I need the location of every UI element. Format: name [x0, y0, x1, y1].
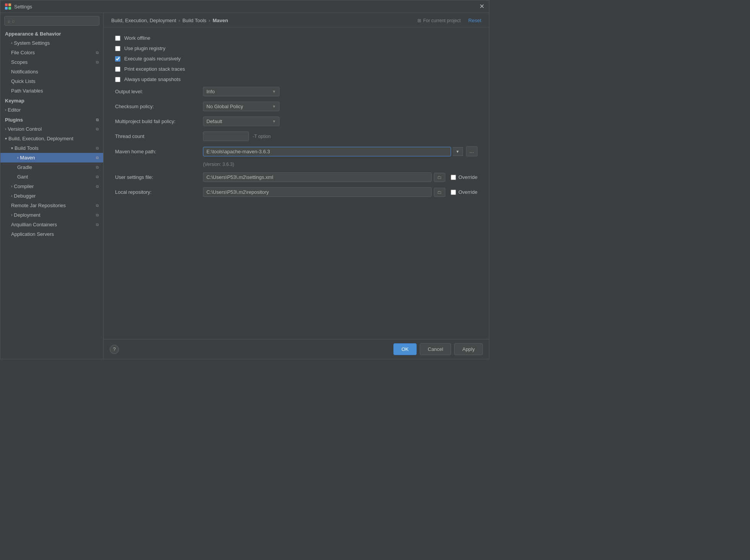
- multiproject-policy-label: Multiproject build fail policy:: [115, 118, 203, 124]
- copy-icon: ⧉: [96, 60, 99, 65]
- execute-goals-checkbox[interactable]: [115, 56, 120, 62]
- local-repository-label: Local repository:: [115, 189, 203, 195]
- override-settings-checkbox[interactable]: [451, 175, 456, 180]
- checksum-policy-control: No Global Policy ▼: [203, 102, 477, 111]
- sidebar-item-debugger[interactable]: › Debugger: [0, 191, 103, 201]
- reset-button[interactable]: Reset: [468, 18, 481, 23]
- checkbox-print-exception: Print exception stack traces: [115, 66, 477, 72]
- sidebar-item-editor[interactable]: › Editor: [0, 105, 103, 115]
- local-repository-input[interactable]: [203, 187, 432, 197]
- work-offline-checkbox[interactable]: [115, 36, 120, 41]
- print-exception-label: Print exception stack traces: [124, 66, 185, 72]
- override-repo-checkbox[interactable]: [451, 190, 456, 195]
- svg-rect-1: [8, 3, 11, 6]
- sidebar-item-gant[interactable]: Gant ⧉: [0, 172, 103, 182]
- svg-rect-2: [5, 7, 8, 10]
- content-area: Build, Execution, Deployment › Build Too…: [104, 13, 489, 359]
- search-box[interactable]: ⌕: [4, 16, 99, 26]
- svg-rect-3: [8, 7, 11, 10]
- sidebar-item-build-tools[interactable]: ▾ Build Tools ⧉: [0, 143, 103, 153]
- output-level-value: Info: [206, 89, 215, 94]
- copy-icon: ⧉: [96, 203, 99, 208]
- sidebar-item-label: Version Control: [8, 126, 94, 132]
- local-repository-browse-button[interactable]: 🗀: [434, 188, 445, 197]
- sidebar-item-label: Deployment: [14, 212, 94, 218]
- bottom-bar-left: ?: [110, 345, 119, 354]
- checksum-policy-dropdown[interactable]: No Global Policy ▼: [203, 102, 279, 111]
- output-level-dropdown[interactable]: Info ▼: [203, 87, 279, 96]
- maven-home-dropdown-button[interactable]: ▼: [453, 147, 463, 156]
- sidebar-item-label: File Colors: [11, 50, 94, 55]
- maven-home-input[interactable]: [203, 147, 451, 156]
- sidebar-item-quick-lists[interactable]: Quick Lists: [0, 76, 103, 86]
- cancel-button[interactable]: Cancel: [420, 343, 451, 355]
- sidebar-item-build-execution[interactable]: ▾ Build, Execution, Deployment: [0, 134, 103, 143]
- print-exception-checkbox[interactable]: [115, 67, 120, 72]
- t-option-label: -T option: [253, 134, 271, 139]
- work-offline-label: Work offline: [124, 35, 150, 41]
- checkbox-execute-goals: Execute goals recursively: [115, 56, 477, 62]
- sidebar-item-label: Notifications: [11, 69, 99, 75]
- ok-button[interactable]: OK: [393, 343, 417, 355]
- breadcrumb-part-2: Build Tools: [182, 18, 206, 23]
- sidebar-item-remote-jar[interactable]: Remote Jar Repositories ⧉: [0, 201, 103, 210]
- checksum-policy-row: Checksum policy: No Global Policy ▼: [115, 102, 477, 111]
- maven-version-text: (Version: 3.6.3): [115, 162, 477, 167]
- thread-count-input[interactable]: [203, 131, 249, 141]
- copy-icon: ⧉: [96, 175, 99, 179]
- close-button[interactable]: ✕: [479, 3, 484, 10]
- output-level-row: Output level: Info ▼: [115, 87, 477, 96]
- always-update-label: Always update snapshots: [124, 76, 180, 82]
- thread-count-row: Thread count -T option: [115, 131, 477, 141]
- sidebar-section-appearance: Appearance & Behavior: [0, 29, 103, 38]
- sidebar-item-path-variables[interactable]: Path Variables: [0, 86, 103, 96]
- search-input[interactable]: [12, 18, 96, 24]
- chevron-down-icon: ▾: [5, 136, 7, 141]
- sidebar-item-label: Arquillian Containers: [11, 222, 94, 227]
- checksum-policy-value: No Global Policy: [206, 104, 243, 109]
- sidebar-item-label: Remote Jar Repositories: [11, 203, 94, 208]
- multiproject-policy-control: Default ▼: [203, 117, 477, 126]
- breadcrumb-for-project: ⊞ For current project: [417, 18, 461, 23]
- sidebar-item-label: Debugger: [14, 193, 99, 199]
- user-settings-browse-button[interactable]: 🗀: [434, 173, 445, 182]
- sidebar-item-label: Gant: [17, 174, 94, 180]
- output-level-control: Info ▼: [203, 87, 477, 96]
- sidebar-item-label: Maven: [20, 155, 94, 161]
- sidebar-item-system-settings[interactable]: › System Settings: [0, 38, 103, 48]
- maven-home-label: Maven home path:: [115, 149, 203, 154]
- local-repository-file-row: 🗀 Override: [203, 187, 477, 197]
- chevron-icon: ›: [5, 108, 6, 112]
- sidebar: ⌕ Appearance & Behavior › System Setting…: [0, 13, 104, 359]
- user-settings-label: User settings file:: [115, 174, 203, 180]
- multiproject-policy-value: Default: [206, 118, 222, 124]
- chevron-icon: ›: [11, 184, 12, 188]
- sidebar-item-version-control[interactable]: › Version Control ⧉: [0, 124, 103, 134]
- always-update-checkbox[interactable]: [115, 77, 120, 82]
- sidebar-item-arquillian[interactable]: Arquillian Containers ⧉: [0, 220, 103, 229]
- help-button[interactable]: ?: [110, 345, 119, 354]
- apply-button[interactable]: Apply: [454, 343, 483, 355]
- multiproject-policy-dropdown[interactable]: Default ▼: [203, 117, 279, 126]
- bottom-bar: ? OK Cancel Apply: [104, 339, 489, 359]
- sidebar-item-deployment[interactable]: › Deployment ⧉: [0, 210, 103, 220]
- sidebar-item-maven[interactable]: › Maven ⧉: [0, 153, 103, 162]
- svg-rect-0: [5, 3, 8, 6]
- checkbox-use-plugin: Use plugin registry: [115, 45, 477, 51]
- sidebar-item-scopes[interactable]: Scopes ⧉: [0, 57, 103, 67]
- title-bar: Settings ✕: [0, 0, 489, 13]
- sidebar-item-gradle[interactable]: Gradle ⧉: [0, 162, 103, 172]
- sidebar-item-label: Gradle: [17, 164, 94, 170]
- local-repository-control: 🗀 Override: [203, 187, 477, 197]
- sidebar-item-label: Compiler: [14, 183, 94, 189]
- sidebar-item-app-servers[interactable]: Application Servers: [0, 229, 103, 239]
- sidebar-item-label: Application Servers: [11, 231, 99, 237]
- sidebar-item-compiler[interactable]: › Compiler ⧉: [0, 182, 103, 191]
- sidebar-item-file-colors[interactable]: File Colors ⧉: [0, 48, 103, 57]
- user-settings-input[interactable]: [203, 172, 432, 182]
- maven-home-browse-button[interactable]: …: [466, 146, 477, 156]
- maven-home-control: ▼ …: [203, 146, 477, 156]
- sidebar-item-notifications[interactable]: Notifications: [0, 67, 103, 76]
- use-plugin-registry-checkbox[interactable]: [115, 46, 120, 51]
- chevron-icon: ›: [5, 127, 6, 131]
